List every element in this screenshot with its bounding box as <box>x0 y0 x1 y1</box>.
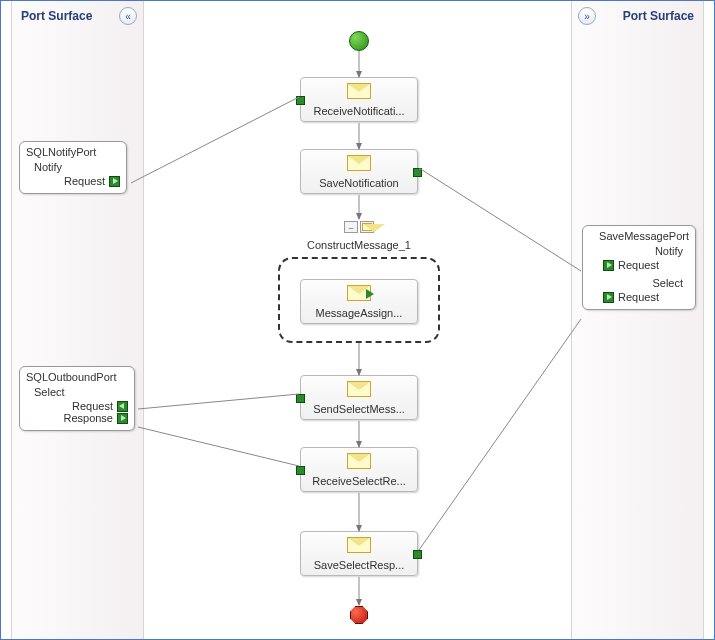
port-savemessage[interactable]: SaveMessagePort Notify Request Select Re… <box>582 225 696 310</box>
port-connector-icon[interactable] <box>603 292 614 303</box>
receive-icon <box>347 453 371 471</box>
activity-receive-notification[interactable]: ReceiveNotificati... <box>300 77 418 122</box>
send-icon <box>347 155 371 173</box>
right-port-panel <box>571 1 704 639</box>
port-msg-label: Response <box>63 412 113 424</box>
port-name-label: SQLNotifyPort <box>26 146 120 158</box>
scope-title-label: ConstructMessage_1 <box>280 239 438 251</box>
port-name-label: SQLOutboundPort <box>26 371 128 383</box>
end-shape[interactable] <box>350 606 368 624</box>
activity-send-select[interactable]: SendSelectMess... <box>300 375 418 420</box>
start-shape[interactable] <box>349 31 369 51</box>
activity-save-select-resp[interactable]: SaveSelectResp... <box>300 531 418 576</box>
activity-label: ReceiveNotificati... <box>305 105 413 117</box>
port-op-label: Select <box>589 277 689 289</box>
svg-line-7 <box>131 97 299 183</box>
port-connector-icon[interactable] <box>603 260 614 271</box>
activity-save-notification[interactable]: SaveNotification <box>300 149 418 194</box>
svg-line-9 <box>138 394 299 409</box>
svg-line-11 <box>419 319 581 550</box>
right-port-surface-header: Port Surface <box>623 9 694 23</box>
port-sqlnotify[interactable]: SQLNotifyPort Notify Request <box>19 141 127 194</box>
port-msg-label: Request <box>72 400 113 412</box>
scope-envelope-icon <box>360 221 374 233</box>
port-sqloutbound[interactable]: SQLOutboundPort Select Request Response <box>19 366 135 431</box>
port-op-label: Notify <box>589 245 689 257</box>
activity-port-handle[interactable] <box>413 550 422 559</box>
send-icon <box>347 381 371 399</box>
activity-receive-select[interactable]: ReceiveSelectRe... <box>300 447 418 492</box>
activity-port-handle[interactable] <box>296 466 305 475</box>
port-op-label: Notify <box>26 161 120 173</box>
activity-port-handle[interactable] <box>296 96 305 105</box>
port-msg-label: Request <box>64 175 105 187</box>
receive-icon <box>347 83 371 101</box>
port-name-label: SaveMessagePort <box>589 230 689 242</box>
scope-collapse-icon[interactable]: – <box>344 221 358 233</box>
orchestration-canvas: Port Surface « Port Surface » SQLNotifyP… <box>0 0 715 640</box>
port-connector-icon[interactable] <box>117 401 128 412</box>
activity-message-assign[interactable]: MessageAssign... <box>300 279 418 324</box>
svg-line-10 <box>138 427 299 466</box>
activity-port-handle[interactable] <box>296 394 305 403</box>
port-msg-label: Request <box>618 291 659 303</box>
port-msg-label: Request <box>618 259 659 271</box>
activity-port-handle[interactable] <box>413 168 422 177</box>
left-port-surface-header: Port Surface <box>21 9 92 23</box>
svg-line-8 <box>419 168 581 271</box>
port-connector-icon[interactable] <box>109 176 120 187</box>
activity-label: SaveNotification <box>305 177 413 189</box>
left-collapse-button[interactable]: « <box>119 7 137 25</box>
transform-icon <box>347 285 371 303</box>
activity-label: SendSelectMess... <box>305 403 413 415</box>
activity-label: MessageAssign... <box>305 307 413 319</box>
port-connector-icon[interactable] <box>117 413 128 424</box>
port-op-label: Select <box>26 386 128 398</box>
left-port-panel <box>11 1 144 639</box>
activity-label: ReceiveSelectRe... <box>305 475 413 487</box>
right-collapse-button[interactable]: » <box>578 7 596 25</box>
activity-label: SaveSelectResp... <box>305 559 413 571</box>
send-icon <box>347 537 371 555</box>
